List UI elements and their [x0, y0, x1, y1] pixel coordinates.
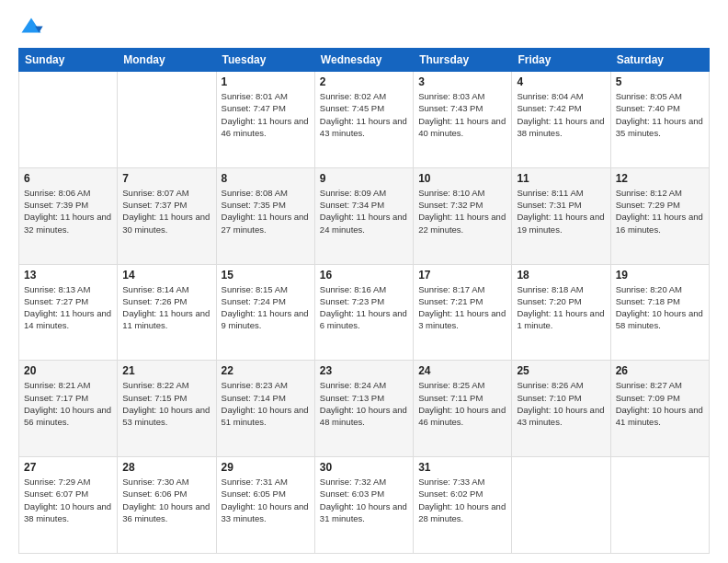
day-number: 8 — [222, 172, 310, 185]
day-cell: 28Sunrise: 7:30 AM Sunset: 6:06 PM Dayli… — [118, 457, 216, 554]
day-info: Sunrise: 8:22 AM Sunset: 7:15 PM Dayligh… — [122, 379, 210, 428]
day-info: Sunrise: 8:21 AM Sunset: 7:17 PM Dayligh… — [24, 379, 112, 428]
week-row-3: 13Sunrise: 8:13 AM Sunset: 7:27 PM Dayli… — [19, 264, 710, 361]
calendar-header-row: SundayMondayTuesdayWednesdayThursdayFrid… — [19, 49, 710, 72]
day-cell: 26Sunrise: 8:27 AM Sunset: 7:09 PM Dayli… — [610, 361, 709, 457]
col-header-monday: Monday — [118, 49, 216, 72]
day-number: 17 — [418, 269, 506, 282]
day-cell: 4Sunrise: 8:04 AM Sunset: 7:42 PM Daylig… — [512, 72, 610, 168]
day-cell: 19Sunrise: 8:20 AM Sunset: 7:18 PM Dayli… — [610, 264, 709, 361]
col-header-tuesday: Tuesday — [216, 49, 314, 72]
day-info: Sunrise: 8:12 AM Sunset: 7:29 PM Dayligh… — [616, 187, 704, 236]
col-header-saturday: Saturday — [610, 49, 709, 72]
day-number: 26 — [616, 364, 704, 377]
day-cell — [610, 457, 709, 554]
calendar: SundayMondayTuesdayWednesdayThursdayFrid… — [18, 48, 710, 554]
day-cell: 1Sunrise: 8:01 AM Sunset: 7:47 PM Daylig… — [216, 72, 314, 168]
day-number: 18 — [517, 269, 605, 282]
week-row-4: 20Sunrise: 8:21 AM Sunset: 7:17 PM Dayli… — [19, 361, 710, 457]
day-cell — [512, 457, 610, 554]
day-info: Sunrise: 7:33 AM Sunset: 6:02 PM Dayligh… — [418, 476, 506, 524]
day-cell: 9Sunrise: 8:09 AM Sunset: 7:34 PM Daylig… — [314, 167, 413, 264]
week-row-5: 27Sunrise: 7:29 AM Sunset: 6:07 PM Dayli… — [19, 457, 710, 554]
day-cell: 24Sunrise: 8:25 AM Sunset: 7:11 PM Dayli… — [414, 361, 512, 457]
day-number: 11 — [517, 172, 605, 185]
day-info: Sunrise: 8:14 AM Sunset: 7:26 PM Dayligh… — [122, 283, 210, 332]
day-info: Sunrise: 8:16 AM Sunset: 7:23 PM Dayligh… — [320, 283, 408, 332]
day-info: Sunrise: 7:29 AM Sunset: 6:07 PM Dayligh… — [24, 476, 112, 524]
day-info: Sunrise: 8:05 AM Sunset: 7:40 PM Dayligh… — [616, 90, 704, 139]
day-cell: 14Sunrise: 8:14 AM Sunset: 7:26 PM Dayli… — [118, 264, 216, 361]
day-info: Sunrise: 8:17 AM Sunset: 7:21 PM Dayligh… — [418, 283, 506, 332]
day-number: 1 — [222, 75, 310, 88]
col-header-thursday: Thursday — [414, 49, 512, 72]
day-number: 28 — [122, 461, 210, 474]
day-number: 22 — [222, 364, 310, 377]
day-info: Sunrise: 7:31 AM Sunset: 6:05 PM Dayligh… — [222, 476, 310, 524]
day-cell: 12Sunrise: 8:12 AM Sunset: 7:29 PM Dayli… — [610, 167, 709, 264]
day-cell: 3Sunrise: 8:03 AM Sunset: 7:43 PM Daylig… — [414, 72, 512, 168]
day-info: Sunrise: 8:18 AM Sunset: 7:20 PM Dayligh… — [517, 283, 605, 332]
day-cell: 22Sunrise: 8:23 AM Sunset: 7:14 PM Dayli… — [216, 361, 314, 457]
day-info: Sunrise: 8:01 AM Sunset: 7:47 PM Dayligh… — [222, 90, 310, 139]
day-number: 12 — [616, 172, 704, 185]
day-number: 23 — [320, 364, 408, 377]
day-info: Sunrise: 8:25 AM Sunset: 7:11 PM Dayligh… — [418, 379, 506, 428]
day-number: 21 — [122, 364, 210, 377]
day-number: 20 — [24, 364, 112, 377]
day-cell: 16Sunrise: 8:16 AM Sunset: 7:23 PM Dayli… — [314, 264, 413, 361]
day-info: Sunrise: 8:10 AM Sunset: 7:32 PM Dayligh… — [418, 187, 506, 236]
day-number: 14 — [122, 269, 210, 282]
logo — [18, 15, 48, 40]
day-cell: 17Sunrise: 8:17 AM Sunset: 7:21 PM Dayli… — [414, 264, 512, 361]
day-info: Sunrise: 8:09 AM Sunset: 7:34 PM Dayligh… — [320, 187, 408, 236]
day-number: 9 — [320, 172, 408, 185]
day-number: 15 — [222, 269, 310, 282]
day-number: 31 — [418, 461, 506, 474]
day-cell: 31Sunrise: 7:33 AM Sunset: 6:02 PM Dayli… — [414, 457, 512, 554]
day-cell: 23Sunrise: 8:24 AM Sunset: 7:13 PM Dayli… — [314, 361, 413, 457]
day-info: Sunrise: 8:06 AM Sunset: 7:39 PM Dayligh… — [24, 187, 112, 236]
day-cell: 8Sunrise: 8:08 AM Sunset: 7:35 PM Daylig… — [216, 167, 314, 264]
day-info: Sunrise: 8:03 AM Sunset: 7:43 PM Dayligh… — [418, 90, 506, 139]
day-info: Sunrise: 8:07 AM Sunset: 7:37 PM Dayligh… — [122, 187, 210, 236]
day-number: 24 — [418, 364, 506, 377]
day-number: 7 — [122, 172, 210, 185]
day-number: 5 — [616, 75, 704, 88]
day-cell — [19, 72, 118, 168]
day-info: Sunrise: 8:20 AM Sunset: 7:18 PM Dayligh… — [616, 283, 704, 332]
day-number: 13 — [24, 269, 112, 282]
day-info: Sunrise: 8:13 AM Sunset: 7:27 PM Dayligh… — [24, 283, 112, 332]
day-cell: 18Sunrise: 8:18 AM Sunset: 7:20 PM Dayli… — [512, 264, 610, 361]
day-cell: 15Sunrise: 8:15 AM Sunset: 7:24 PM Dayli… — [216, 264, 314, 361]
day-cell: 2Sunrise: 8:02 AM Sunset: 7:45 PM Daylig… — [314, 72, 413, 168]
day-number: 4 — [517, 75, 605, 88]
day-info: Sunrise: 8:27 AM Sunset: 7:09 PM Dayligh… — [616, 379, 704, 428]
week-row-2: 6Sunrise: 8:06 AM Sunset: 7:39 PM Daylig… — [19, 167, 710, 264]
day-number: 6 — [24, 172, 112, 185]
day-cell: 29Sunrise: 7:31 AM Sunset: 6:05 PM Dayli… — [216, 457, 314, 554]
day-cell — [118, 72, 216, 168]
day-cell: 21Sunrise: 8:22 AM Sunset: 7:15 PM Dayli… — [118, 361, 216, 457]
col-header-sunday: Sunday — [19, 49, 118, 72]
day-info: Sunrise: 8:15 AM Sunset: 7:24 PM Dayligh… — [222, 283, 310, 332]
day-info: Sunrise: 8:23 AM Sunset: 7:14 PM Dayligh… — [222, 379, 310, 428]
day-info: Sunrise: 8:11 AM Sunset: 7:31 PM Dayligh… — [517, 187, 605, 236]
logo-icon — [18, 15, 44, 40]
day-cell: 30Sunrise: 7:32 AM Sunset: 6:03 PM Dayli… — [314, 457, 413, 554]
day-number: 25 — [517, 364, 605, 377]
day-number: 27 — [24, 461, 112, 474]
day-cell: 6Sunrise: 8:06 AM Sunset: 7:39 PM Daylig… — [19, 167, 118, 264]
header — [18, 15, 710, 40]
day-cell: 27Sunrise: 7:29 AM Sunset: 6:07 PM Dayli… — [19, 457, 118, 554]
day-info: Sunrise: 7:30 AM Sunset: 6:06 PM Dayligh… — [122, 476, 210, 524]
day-cell: 10Sunrise: 8:10 AM Sunset: 7:32 PM Dayli… — [414, 167, 512, 264]
page: SundayMondayTuesdayWednesdayThursdayFrid… — [0, 0, 728, 563]
day-number: 29 — [222, 461, 310, 474]
day-cell: 7Sunrise: 8:07 AM Sunset: 7:37 PM Daylig… — [118, 167, 216, 264]
day-number: 16 — [320, 269, 408, 282]
day-cell: 11Sunrise: 8:11 AM Sunset: 7:31 PM Dayli… — [512, 167, 610, 264]
day-info: Sunrise: 8:26 AM Sunset: 7:10 PM Dayligh… — [517, 379, 605, 428]
day-cell: 20Sunrise: 8:21 AM Sunset: 7:17 PM Dayli… — [19, 361, 118, 457]
col-header-wednesday: Wednesday — [314, 49, 413, 72]
